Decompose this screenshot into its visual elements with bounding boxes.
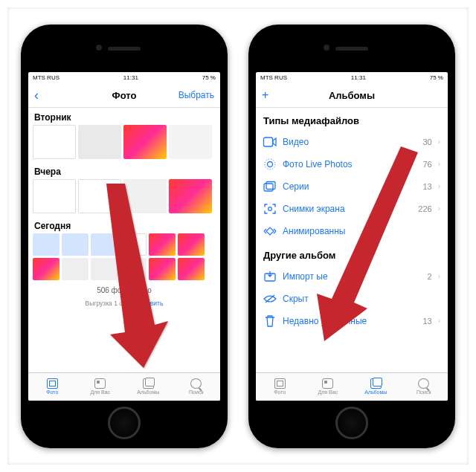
tab-photos[interactable]: Фото [256, 373, 304, 401]
photo-thumb[interactable] [120, 258, 147, 280]
row-hidden[interactable]: Скрыт [256, 288, 448, 310]
speaker-slot [108, 47, 141, 51]
row-count: 2 [428, 272, 432, 281]
row-live[interactable]: Фото Live Photos 76 › [256, 153, 448, 175]
status-bar: MTS RUS 11:31 75 % [28, 72, 220, 84]
photo-thumb[interactable] [62, 233, 89, 256]
photo-thumb[interactable] [123, 125, 167, 159]
home-button[interactable] [108, 407, 141, 439]
row-burst[interactable]: Серии 13 › [256, 175, 448, 198]
screen-albums: MTS RUS 11:31 75 % + Альбомы Типы медиаф… [256, 72, 448, 401]
photo-thumb[interactable] [78, 125, 121, 159]
row-label: Анимированны [283, 226, 440, 236]
upload-status: Выгрузка 1 объестановить [28, 297, 220, 308]
home-button[interactable] [335, 407, 368, 439]
photo-thumb[interactable] [33, 258, 60, 280]
tab-albums[interactable]: Альбомы [352, 373, 400, 401]
section-tuesday: Вторник [28, 108, 220, 125]
search-icon [190, 378, 202, 389]
nav-bar: ‹ Фото Выбрать [28, 84, 220, 108]
photo-thumb[interactable] [178, 233, 205, 256]
tab-search[interactable]: Поиск [400, 373, 448, 401]
select-button[interactable]: Выбрать [178, 90, 214, 100]
photo-thumb[interactable] [33, 179, 76, 213]
tab-bar: Фото Для Вас Альбомы Поиск [256, 372, 448, 401]
animated-icon [263, 224, 277, 238]
status-time: 11:31 [123, 74, 138, 81]
albums-content[interactable]: Типы медиафайлов Видео 30 › Фото Live Ph… [256, 108, 448, 372]
row-count: 226 [418, 204, 431, 213]
phone-left: MTS RUS 11:31 75 % ‹ Фото Выбрать Вторни… [21, 25, 228, 448]
tab-bar: Фото Для Вас Альбомы Поиск [28, 372, 220, 401]
row-video[interactable]: Видео 30 › [256, 131, 448, 153]
photo-thumb[interactable] [149, 233, 176, 256]
row-screenshots[interactable]: Снимки экрана 226 › [256, 198, 448, 220]
camera-dot [96, 45, 102, 51]
photo-thumb[interactable] [120, 233, 147, 256]
photo-content[interactable]: Вторник Вчера Сегодня [28, 108, 220, 372]
photo-count: 506 фото видео [28, 283, 220, 297]
photo-thumb[interactable] [169, 125, 212, 159]
tab-albums[interactable]: Альбомы [124, 373, 173, 401]
status-bar: MTS RUS 11:31 75 % [256, 72, 448, 84]
row-imports[interactable]: Импорт ые 2 › [256, 265, 448, 288]
status-time: 11:31 [351, 74, 366, 81]
chevron-right-icon: › [438, 204, 440, 213]
thumbs-yesterday [28, 179, 220, 216]
chevron-right-icon: › [438, 272, 440, 280]
row-label: Видео [283, 137, 416, 147]
svg-rect-3 [264, 184, 273, 191]
back-button[interactable]: ‹ [34, 88, 39, 103]
row-label: Недавно удаленные [283, 316, 416, 326]
section-yesterday: Вчера [28, 162, 220, 179]
status-battery: 75 % [202, 74, 216, 81]
row-animated[interactable]: Анимированны [256, 220, 448, 242]
photos-icon [47, 378, 58, 389]
outer-frame: MTS RUS 11:31 75 % ‹ Фото Выбрать Вторни… [0, 0, 476, 472]
status-carrier: MTS RUS [260, 74, 287, 81]
tab-label: Для Вас [90, 389, 110, 395]
photo-thumb[interactable] [91, 233, 118, 256]
svg-rect-4 [266, 181, 275, 189]
add-button[interactable]: + [262, 88, 268, 102]
screen-photos: MTS RUS 11:31 75 % ‹ Фото Выбрать Вторни… [28, 72, 220, 401]
row-label: Скрыт [283, 294, 440, 304]
photo-thumb[interactable] [91, 258, 118, 280]
photo-thumb[interactable] [178, 258, 205, 280]
photo-thumb[interactable] [33, 125, 76, 159]
camera-dot [324, 45, 329, 51]
burst-icon [263, 180, 277, 193]
search-icon [418, 378, 429, 389]
photo-thumb[interactable] [149, 258, 176, 280]
svg-rect-0 [264, 138, 273, 146]
tab-label: Альбомы [137, 389, 159, 395]
tab-photos[interactable]: Фото [28, 373, 77, 401]
row-label: Импорт ые [283, 271, 422, 282]
row-label: Фото Live Photos [283, 159, 416, 169]
row-count: 76 [422, 160, 431, 169]
upload-stop-link[interactable]: становить [134, 300, 164, 307]
tab-label: Фото [274, 389, 286, 395]
svg-point-1 [268, 161, 273, 167]
row-recently-deleted[interactable]: Недавно удаленные 13 › [256, 310, 448, 332]
foryou-icon [94, 378, 106, 389]
row-label: Снимки экрана [283, 204, 412, 214]
nav-bar: + Альбомы [256, 84, 448, 108]
tab-foryou[interactable]: Для Вас [77, 373, 125, 401]
photo-thumb[interactable] [123, 179, 167, 213]
thumbs-today [28, 233, 220, 283]
tab-foryou[interactable]: Для Вас [304, 373, 353, 401]
photo-thumb[interactable] [62, 258, 89, 280]
svg-point-5 [268, 207, 272, 210]
tab-label: Альбомы [364, 389, 387, 395]
upload-text: Выгрузка 1 объе [86, 300, 134, 307]
trash-icon [263, 314, 277, 328]
photo-thumb[interactable] [169, 179, 212, 213]
video-icon [263, 135, 277, 149]
tab-search[interactable]: Поиск [173, 373, 221, 401]
photo-thumb[interactable] [33, 233, 60, 256]
photo-thumb[interactable] [78, 179, 121, 213]
chevron-right-icon: › [438, 182, 440, 190]
section-today: Сегодня [28, 216, 220, 233]
status-carrier: MTS RUS [33, 74, 60, 81]
